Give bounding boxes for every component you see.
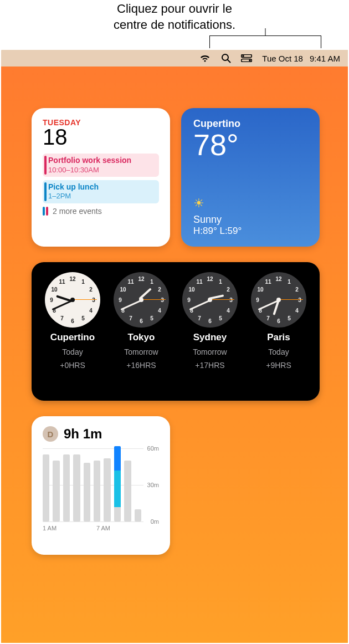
chart-bar xyxy=(135,509,141,522)
clock-offset: +17HRS xyxy=(195,361,224,370)
spotlight-icon[interactable] xyxy=(221,53,231,63)
clock-city: Paris xyxy=(267,332,290,343)
chart-bar xyxy=(43,454,49,522)
y-tick-label: 0m xyxy=(151,518,159,525)
chart-bar xyxy=(63,454,70,522)
menubar: Tue Oct 18 9:41 AM xyxy=(1,50,348,67)
clock-offset: +0HRS xyxy=(60,361,85,370)
control-center-icon[interactable] xyxy=(241,54,252,62)
widgets-area: TUESDAY 18 Portfolio work session 10:00–… xyxy=(32,108,331,555)
callout-bracket xyxy=(209,35,321,48)
x-tick-label: 7 AM xyxy=(96,525,110,531)
chart-bar xyxy=(124,461,131,522)
svg-point-3 xyxy=(242,55,244,57)
chart-bar xyxy=(84,463,90,522)
clock-face: 121234567891011 xyxy=(182,272,238,328)
clock-column: 121234567891011ParisToday+9HRS xyxy=(245,272,312,392)
callout-text: Cliquez pour ouvrir le centre de notific… xyxy=(0,0,349,33)
clock-day: Tomorrow xyxy=(193,347,227,356)
clock-day: Today xyxy=(62,347,83,356)
y-tick-label: 30m xyxy=(147,482,159,488)
world-clock-widget[interactable]: 121234567891011CupertinoToday+0HRS121234… xyxy=(32,262,320,401)
screentime-chart: 60m30m0m1 AM7 AM xyxy=(43,448,159,531)
y-tick-label: 60m xyxy=(147,445,159,452)
menubar-date: Tue Oct 18 xyxy=(262,54,303,63)
x-tick-label: 1 AM xyxy=(43,525,57,531)
screentime-widget[interactable]: D 9h 1m 60m30m0m1 AM7 AM xyxy=(32,416,170,555)
event-title: Portfolio work session xyxy=(48,156,155,166)
weather-hilo: H:89° L:59° xyxy=(193,226,307,237)
chart-bar xyxy=(94,461,100,522)
clock-column: 121234567891011TokyoTomorrow+16HRS xyxy=(108,272,174,392)
more-label: 2 more events xyxy=(53,207,102,216)
event-time: 1–2PM xyxy=(48,192,155,201)
clock-face: 121234567891011 xyxy=(45,272,100,328)
chart-bar xyxy=(73,454,80,522)
desktop: Tue Oct 18 9:41 AM TUESDAY 18 Portfolio … xyxy=(1,50,348,643)
calendar-event: Pick up lunch 1–2PM xyxy=(43,180,159,203)
clock-offset: +9HRS xyxy=(266,361,291,370)
menubar-time: 9:41 AM xyxy=(310,54,340,63)
clock-city: Cupertino xyxy=(50,332,95,343)
clock-city: Tokyo xyxy=(128,332,155,343)
calendar-widget[interactable]: TUESDAY 18 Portfolio work session 10:00–… xyxy=(32,108,170,247)
svg-line-1 xyxy=(228,60,230,63)
clock-face: 121234567891011 xyxy=(114,272,169,328)
sun-icon: ☀︎ xyxy=(193,196,204,210)
clock-offset: +16HRS xyxy=(126,361,156,370)
calendar-more-events: 2 more events xyxy=(43,207,159,216)
clock-column: 121234567891011SydneyTomorrow+17HRS xyxy=(177,272,243,392)
clock-column: 121234567891011CupertinoToday+0HRS xyxy=(39,272,106,392)
weather-widget[interactable]: Cupertino 78° ☀︎ Sunny H:89° L:59° xyxy=(181,108,320,247)
clock-face: 121234567891011 xyxy=(251,272,306,328)
weather-condition: Sunny xyxy=(193,214,307,226)
calendar-date-number: 18 xyxy=(43,126,159,148)
chart-bar xyxy=(114,446,121,522)
weather-temperature: 78° xyxy=(193,130,307,160)
clock-city: Sydney xyxy=(193,332,227,343)
calendar-event: Portfolio work session 10:00–10:30AM xyxy=(43,154,159,177)
event-time: 10:00–10:30AM xyxy=(48,166,155,175)
screentime-total: 9h 1m xyxy=(64,426,102,442)
avatar: D xyxy=(43,426,58,442)
clock-day: Tomorrow xyxy=(124,347,158,356)
chart-bar xyxy=(104,458,110,522)
more-color-bars xyxy=(43,207,48,216)
chart-bar xyxy=(53,461,59,522)
event-title: Pick up lunch xyxy=(48,182,155,192)
svg-point-5 xyxy=(249,59,251,62)
notification-center-toggle[interactable]: Tue Oct 18 9:41 AM xyxy=(262,54,340,63)
wifi-icon[interactable] xyxy=(199,54,211,63)
clock-day: Today xyxy=(268,347,289,356)
